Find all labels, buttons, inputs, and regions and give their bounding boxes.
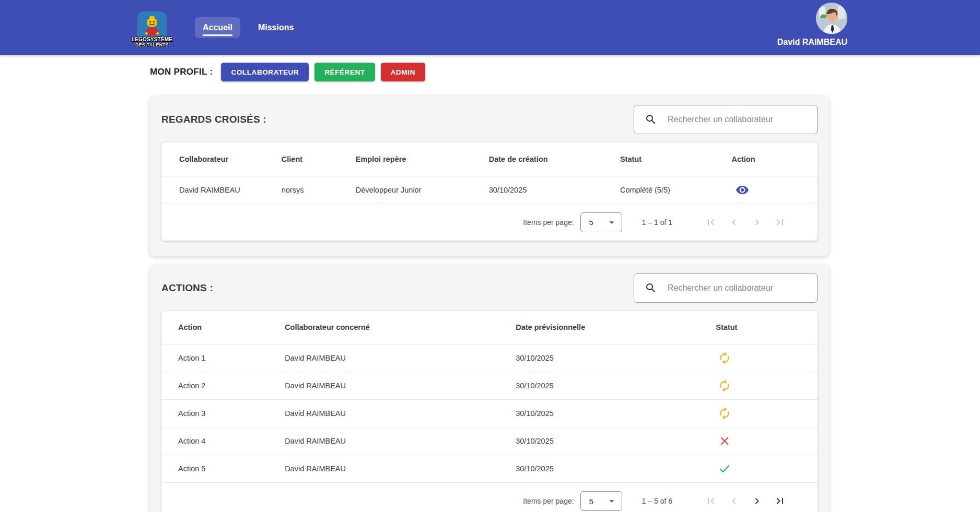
nav-tab-missions[interactable]: Missions: [258, 23, 294, 32]
regards-search-box: [634, 105, 818, 134]
eye-icon[interactable]: [736, 183, 749, 197]
search-icon: [645, 282, 657, 294]
items-per-page-label: Items per page:: [523, 497, 574, 505]
last-page-icon[interactable]: [774, 495, 786, 507]
last-page-icon[interactable]: [774, 216, 786, 229]
profile-row: MON PROFIL : COLLABORATEUR RÉFÉRENT ADMI…: [150, 63, 980, 81]
badge-referent: RÉFÉRENT: [314, 63, 375, 81]
regards-table-card: Collaborateur Client Emploi repère Date …: [161, 142, 818, 241]
refresh-icon: [718, 379, 731, 392]
regards-header-row: Collaborateur Client Emploi repère Date …: [161, 142, 818, 176]
cell-client: norsys: [282, 176, 356, 204]
close-icon: [718, 434, 731, 448]
regards-title: REGARDS CROISÉS :: [161, 114, 266, 125]
regards-table: Collaborateur Client Emploi repère Date …: [161, 142, 818, 204]
refresh-icon: [718, 407, 731, 420]
page-range-label: 1 – 5 of 6: [642, 497, 672, 505]
col-action: Action: [731, 142, 818, 176]
badge-admin: ADMIN: [381, 63, 425, 81]
actions-paginator: Items per page: 5 1 – 5 of 6: [161, 483, 818, 512]
table-row: Action 3 David RAIMBEAU 30/10/2025: [161, 400, 818, 427]
avatar: [816, 3, 847, 34]
next-page-icon[interactable]: [751, 495, 763, 507]
badge-collaborateur: COLLABORATEUR: [221, 63, 309, 81]
col-emploi-repere: Emploi repère: [356, 142, 489, 176]
regards-croises-card: REGARDS CROISÉS : Collaborateur Client E…: [150, 96, 829, 256]
nav-tab-accueil[interactable]: Accueil: [195, 17, 240, 38]
table-row: David RAIMBEAU norsys Développeur Junior…: [161, 176, 818, 204]
first-page-icon[interactable]: [705, 216, 717, 229]
table-row: Action 5 David RAIMBEAU 30/10/2025: [161, 455, 818, 483]
cell-statut: Complété (5/5): [620, 176, 732, 204]
user-menu[interactable]: David RAIMBEAU: [777, 3, 847, 47]
col-collaborateur-concerne: Collaborateur concerné: [285, 311, 516, 344]
logo-caption: LEGOSYSTÈME DES TALENTS: [128, 37, 176, 48]
user-name: David RAIMBEAU: [777, 38, 847, 47]
cell-date-creation: 30/10/2025: [489, 176, 620, 204]
first-page-icon[interactable]: [705, 495, 717, 507]
cell-collaborateur: David RAIMBEAU: [161, 176, 282, 204]
col-statut: Statut: [716, 311, 818, 344]
actions-search-box: [634, 273, 818, 303]
actions-header-row: Action Collaborateur concerné Date prévi…: [161, 311, 818, 344]
actions-search-input[interactable]: [668, 283, 810, 293]
top-navbar: LEGOSYSTÈME DES TALENTS Accueil Missions: [0, 0, 980, 55]
search-icon: [645, 113, 657, 126]
check-icon: [718, 462, 731, 475]
page-range-label: 1 – 1 of 1: [642, 218, 672, 227]
chevron-down-icon: [606, 495, 617, 507]
regards-search-input[interactable]: [668, 115, 810, 124]
col-action: Action: [161, 311, 285, 344]
actions-table: Action Collaborateur concerné Date prévi…: [161, 311, 818, 483]
next-page-icon[interactable]: [751, 216, 763, 229]
actions-card-header: ACTIONS :: [161, 273, 818, 303]
refresh-icon: [718, 351, 731, 365]
items-per-page-label: Items per page:: [523, 218, 574, 227]
app-logo[interactable]: LEGOSYSTÈME DES TALENTS: [136, 9, 168, 46]
previous-page-icon[interactable]: [728, 495, 740, 507]
chevron-down-icon: [606, 217, 617, 228]
previous-page-icon[interactable]: [728, 216, 740, 229]
regards-card-header: REGARDS CROISÉS :: [161, 105, 818, 134]
cell-emploi-repere: Développeur Junior: [356, 176, 489, 204]
col-date-creation: Date de création: [489, 142, 620, 176]
col-date-previsionnelle: Date prévisionnelle: [516, 311, 716, 344]
actions-title: ACTIONS :: [161, 282, 213, 294]
page-size-select[interactable]: 5: [580, 491, 622, 511]
table-row: Action 4 David RAIMBEAU 30/10/2025: [161, 427, 818, 455]
table-row: Action 2 David RAIMBEAU 30/10/2025: [161, 372, 818, 400]
actions-card: ACTIONS : Action Collaborateur concerné …: [150, 265, 829, 512]
main-nav: Accueil Missions: [195, 17, 294, 38]
page-size-select[interactable]: 5: [580, 212, 622, 232]
col-client: Client: [282, 142, 356, 176]
actions-table-card: Action Collaborateur concerné Date prévi…: [161, 311, 818, 512]
regards-paginator: Items per page: 5 1 – 1 of 1: [161, 204, 818, 241]
col-collaborateur: Collaborateur: [161, 142, 282, 176]
col-statut: Statut: [620, 142, 732, 176]
profile-label: MON PROFIL :: [150, 67, 213, 77]
table-row: Action 1 David RAIMBEAU 30/10/2025: [161, 344, 818, 372]
